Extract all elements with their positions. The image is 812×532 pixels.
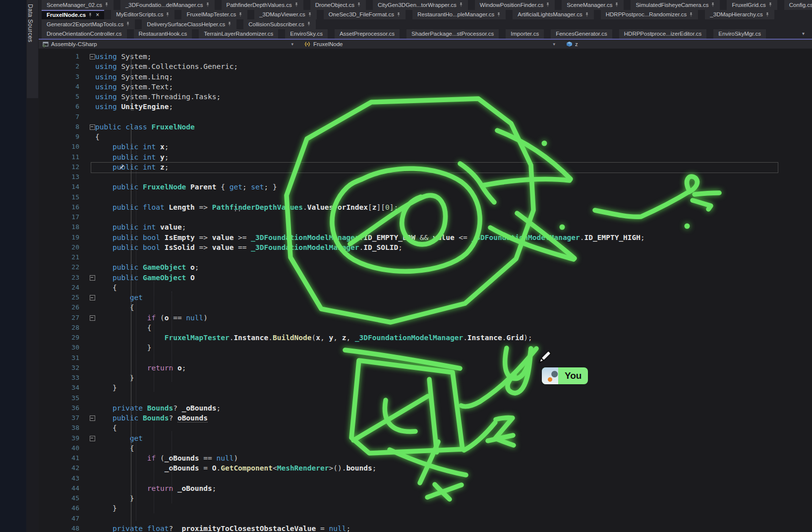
code-line[interactable]: 15 bbox=[39, 192, 812, 202]
code-line[interactable]: 46 } bbox=[39, 503, 812, 513]
pin-icon[interactable] bbox=[105, 2, 109, 7]
code-editor[interactable]: 1using System;2using System.Collections.… bbox=[39, 49, 812, 532]
code-line[interactable]: 21 bbox=[39, 252, 812, 262]
fold-margin[interactable] bbox=[79, 433, 95, 443]
code-line[interactable]: 40 { bbox=[39, 443, 812, 453]
pin-icon[interactable] bbox=[459, 2, 463, 7]
pin-icon[interactable] bbox=[308, 12, 312, 17]
code-line[interactable]: 37 public Bounds? oBounds bbox=[39, 413, 812, 423]
code-line[interactable]: 43 bbox=[39, 473, 812, 483]
fold-margin[interactable] bbox=[79, 122, 95, 132]
pin-icon[interactable] bbox=[88, 12, 92, 18]
pin-icon[interactable] bbox=[307, 21, 311, 27]
code-line[interactable]: 28 { bbox=[39, 323, 812, 333]
tab-overflow-icon[interactable]: ▾ bbox=[802, 31, 805, 36]
code-line[interactable]: 17 bbox=[39, 212, 812, 222]
tab-artificiallightsmanager-cs[interactable]: ArtificialLightsManager.cs bbox=[513, 10, 593, 20]
code-line[interactable]: 1using System; bbox=[39, 52, 812, 61]
pin-icon[interactable] bbox=[546, 2, 550, 7]
tab--3dfoundatio-delmanager-cs[interactable]: _3DFoundatio...delManager.cs bbox=[120, 0, 215, 10]
code-line[interactable]: 27 if (o == null) bbox=[39, 313, 812, 323]
tab-windowpositionfinder-cs[interactable]: WindowPositionFinder.cs bbox=[475, 0, 555, 10]
tab--3dmaphierarchy-cs[interactable]: _3DMapHierarchy.cs bbox=[705, 10, 774, 20]
fold-collapse-icon[interactable] bbox=[90, 436, 95, 441]
fold-collapse-icon[interactable] bbox=[90, 315, 95, 321]
code-line[interactable]: 19 public bool IsEmpty => value >= _3DFo… bbox=[39, 233, 812, 242]
pin-icon[interactable] bbox=[206, 2, 210, 7]
breadcrumb-type-dropdown[interactable]: FruxelNode ▾ bbox=[300, 40, 562, 49]
pin-icon[interactable] bbox=[397, 12, 401, 17]
code-line[interactable]: 48 private float? _proximityToClosestObs… bbox=[39, 524, 812, 532]
pin-icon[interactable] bbox=[166, 12, 170, 17]
breadcrumb-member-dropdown[interactable]: z bbox=[562, 40, 812, 49]
code-line[interactable]: 41 if (_oBounds == null) bbox=[39, 453, 812, 463]
tab-fruxelnode-cs[interactable]: FruxelNode.cs× bbox=[42, 10, 104, 20]
tab-fruxelmaptester-cs[interactable]: FruxelMapTester.cs bbox=[181, 10, 247, 20]
tab-terrainlayerrandomizer-cs[interactable]: TerrainLayerRandomizer.cs bbox=[199, 29, 278, 39]
code-line[interactable]: 38 { bbox=[39, 423, 812, 433]
pin-icon[interactable] bbox=[765, 12, 769, 17]
fold-collapse-icon[interactable] bbox=[90, 124, 95, 130]
pin-icon[interactable] bbox=[238, 12, 242, 17]
fold-margin[interactable] bbox=[79, 413, 95, 423]
tab-restaurantho-plemanager-cs[interactable]: RestaurantHo...pleManager.cs bbox=[412, 10, 506, 20]
tab-generator2exportmaptools-cs[interactable]: Generator2ExportMapTools.cs bbox=[42, 19, 135, 29]
code-line[interactable]: 7 bbox=[39, 112, 812, 122]
code-line[interactable]: 20 public bool IsSolid => value == _3DFo… bbox=[39, 242, 812, 252]
fold-collapse-icon[interactable] bbox=[90, 275, 95, 281]
tab-citygen3dgen-torwrapper-cs[interactable]: CityGen3DGen...torWrapper.cs bbox=[373, 0, 468, 10]
pin-icon[interactable] bbox=[497, 12, 501, 17]
tab-hdrppostproce-izereditor-cs[interactable]: HDRPPostproce...izerEditor.cs bbox=[619, 29, 707, 39]
fold-margin[interactable] bbox=[79, 273, 95, 283]
code-line[interactable]: 18 public int value; bbox=[39, 222, 812, 232]
pin-icon[interactable] bbox=[689, 12, 693, 17]
code-line[interactable]: 22 public GameObject o; bbox=[39, 262, 812, 272]
pin-icon[interactable] bbox=[357, 2, 361, 7]
code-line[interactable]: 31 bbox=[39, 353, 812, 363]
fold-margin[interactable] bbox=[79, 52, 95, 61]
fold-margin[interactable] bbox=[79, 313, 95, 323]
pin-icon[interactable] bbox=[294, 2, 298, 7]
fold-collapse-icon[interactable] bbox=[90, 295, 95, 300]
fold-collapse-icon[interactable] bbox=[90, 415, 95, 421]
pin-icon[interactable] bbox=[585, 12, 589, 17]
code-line[interactable]: 5using System.Threading.Tasks; bbox=[39, 92, 812, 102]
pin-icon[interactable] bbox=[126, 21, 130, 27]
tab-fencesgenerator-cs[interactable]: FencesGenerator.cs bbox=[551, 29, 612, 39]
code-line[interactable]: 14 public FruxelNode Parent { get; set; … bbox=[39, 182, 812, 192]
code-line[interactable]: 24 { bbox=[39, 283, 812, 293]
tab-shaderpackage-stprocessor-cs[interactable]: ShaderPackage...stProcessor.cs bbox=[406, 29, 499, 39]
fold-collapse-icon[interactable] bbox=[90, 54, 95, 59]
tab-myeditorscripts-cs[interactable]: MyEditorScripts.cs bbox=[111, 10, 174, 20]
code-line[interactable]: 39 get bbox=[39, 433, 812, 443]
code-line[interactable]: 26 { bbox=[39, 302, 812, 312]
pin-icon[interactable] bbox=[228, 21, 232, 27]
tab-assetpreprocessor-cs[interactable]: AssetPreprocessor.cs bbox=[335, 29, 400, 39]
code-line[interactable]: 2using System.Collections.Generic; bbox=[39, 61, 812, 71]
code-line[interactable]: 4using System.Text; bbox=[39, 82, 812, 92]
code-line[interactable]: 36 private Bounds? _oBounds; bbox=[39, 403, 812, 413]
code-line[interactable]: 29 FruxelMapTester.Instance.BuildNode(x,… bbox=[39, 333, 812, 343]
tab-simulatedfisheyecamera-cs[interactable]: SimulatedFisheyeCamera.cs bbox=[631, 0, 720, 10]
pin-icon[interactable] bbox=[711, 2, 715, 7]
close-icon[interactable]: × bbox=[96, 11, 99, 18]
code-line[interactable]: 23 public GameObject O bbox=[39, 273, 812, 283]
tab--3dmapviewer-cs[interactable]: _3DMapViewer.cs bbox=[254, 10, 316, 20]
tab-deliverysurfaceclasshelper-cs[interactable]: DeliverySurfaceClassHelper.cs bbox=[142, 19, 236, 29]
tab-scenemanager-02-cs[interactable]: SceneManager_02.cs bbox=[42, 0, 114, 10]
tab-config-cs[interactable]: Config.cs bbox=[784, 0, 812, 10]
code-line[interactable]: 45 } bbox=[39, 493, 812, 503]
code-line[interactable]: 33 } bbox=[39, 373, 812, 383]
code-line[interactable]: 42 _oBounds = O.GetComponent<MeshRendere… bbox=[39, 463, 812, 473]
breadcrumb-project-dropdown[interactable]: Assembly-CSharp ▾ bbox=[39, 40, 300, 49]
code-line[interactable]: 8public class FruxelNode bbox=[39, 122, 812, 132]
code-line[interactable]: 44 return _oBounds; bbox=[39, 483, 812, 493]
tab-enviroskymgr-cs[interactable]: EnviroSkyMgr.cs bbox=[713, 29, 766, 39]
tab-fruxelgrid-cs[interactable]: FruxelGrid.cs bbox=[727, 0, 777, 10]
code-line[interactable]: 32 return o; bbox=[39, 363, 812, 373]
code-line[interactable]: 30 } bbox=[39, 343, 812, 353]
tab-collisionsubscriber-cs[interactable]: CollisionSubscriber.cs bbox=[243, 19, 316, 29]
code-line[interactable]: 35 bbox=[39, 393, 812, 403]
tab-scenemanager-cs[interactable]: SceneManager.cs bbox=[562, 0, 624, 10]
code-line[interactable]: 10 public int x; bbox=[39, 142, 812, 152]
